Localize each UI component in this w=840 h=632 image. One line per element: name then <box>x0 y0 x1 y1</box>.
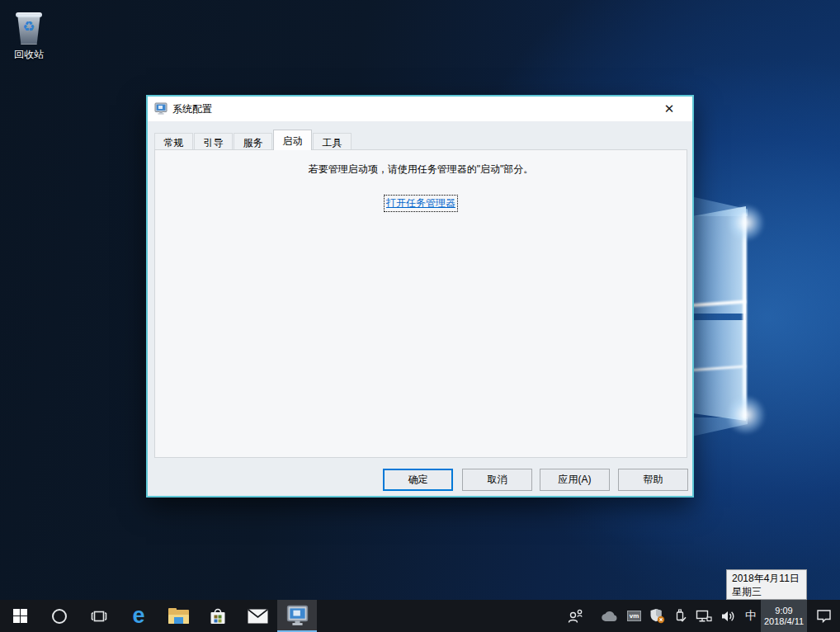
recycle-arrows-icon: ♻ <box>16 18 42 35</box>
recycle-bin-glyph-icon: ♻ <box>16 10 42 45</box>
usb-eject-icon <box>673 609 687 623</box>
task-view-button[interactable] <box>79 600 119 632</box>
mail-button[interactable] <box>238 600 277 632</box>
task-manager-link-row: 打开任务管理器 <box>155 195 687 211</box>
usb-device-button[interactable] <box>669 600 691 632</box>
cortana-button[interactable] <box>40 600 79 632</box>
wallpaper-glow <box>726 205 766 241</box>
ime-chinese-icon: 中 <box>745 609 757 624</box>
folder-inner <box>174 617 183 624</box>
file-explorer-icon <box>168 608 189 624</box>
vmware-tools-icon: vm <box>627 611 641 621</box>
tab-boot[interactable]: 引导 <box>194 133 233 150</box>
onedrive-button[interactable] <box>597 600 623 632</box>
clock-date-tooltip: 2018年4月11日 星期三 <box>726 569 807 600</box>
cancel-button[interactable]: 取消 <box>462 469 532 491</box>
onedrive-cloud-icon <box>601 611 619 622</box>
speaker-icon <box>720 610 737 623</box>
store-button[interactable] <box>198 600 238 632</box>
dialog-tab-strip: 常规 引导 服务 启动 工具 <box>154 130 352 150</box>
defender-shield-icon <box>649 608 665 624</box>
task-view-icon <box>90 609 108 624</box>
startup-message: 若要管理启动项，请使用任务管理器的"启动"部分。 <box>155 163 687 177</box>
system-configuration-dialog: 系统配置 ✕ 常规 引导 服务 启动 工具 若要管理启动项，请使用任务管理器的"… <box>146 95 694 498</box>
startup-tab-page: 若要管理启动项，请使用任务管理器的"启动"部分。 打开任务管理器 <box>154 149 687 458</box>
taskbar-clock[interactable]: 9:09 2018/4/11 <box>761 600 807 632</box>
start-button[interactable] <box>0 600 40 632</box>
tab-general[interactable]: 常规 <box>154 133 193 150</box>
close-icon[interactable]: ✕ <box>653 97 686 121</box>
mail-envelope-icon <box>248 609 268 624</box>
cortana-circle-icon <box>50 607 68 625</box>
help-button[interactable]: 帮助 <box>618 469 688 491</box>
apply-button[interactable]: 应用(A) <box>540 469 610 491</box>
system-tray: vm <box>563 600 840 632</box>
tooltip-weekday: 星期三 <box>732 585 806 598</box>
msconfig-app-icon <box>154 102 168 116</box>
taskbar-app-buttons: e <box>0 600 317 632</box>
network-button[interactable] <box>691 600 716 632</box>
action-center-icon <box>816 609 832 623</box>
msconfig-taskbar-button[interactable] <box>277 600 317 632</box>
people-button[interactable] <box>563 600 597 632</box>
volume-button[interactable] <box>716 600 741 632</box>
ok-button[interactable]: 确定 <box>383 469 453 491</box>
ime-indicator[interactable]: 中 <box>741 600 761 632</box>
edge-button[interactable]: e <box>119 600 158 632</box>
action-center-button[interactable] <box>807 600 840 632</box>
clock-date: 2018/4/11 <box>764 616 804 627</box>
tab-services[interactable]: 服务 <box>234 133 272 150</box>
taskbar: e <box>0 600 840 632</box>
recycle-bin-label: 回收站 <box>5 48 53 62</box>
store-bag-icon <box>208 606 228 626</box>
dialog-titlebar[interactable]: 系统配置 ✕ <box>148 97 692 121</box>
file-explorer-button[interactable] <box>158 600 198 632</box>
tab-startup[interactable]: 启动 <box>273 130 312 150</box>
windows-logo-icon <box>13 609 27 623</box>
vmware-tools-button[interactable]: vm <box>623 600 645 632</box>
clock-time: 9:09 <box>775 606 792 616</box>
people-icon <box>567 609 585 623</box>
wallpaper-window-edge <box>743 213 747 419</box>
tooltip-date: 2018年4月11日 <box>732 572 806 585</box>
tab-tools[interactable]: 工具 <box>313 133 352 150</box>
open-task-manager-link[interactable]: 打开任务管理器 <box>385 196 457 211</box>
wallpaper-glow <box>724 396 767 434</box>
edge-icon: e <box>132 605 144 627</box>
msconfig-icon <box>286 605 309 627</box>
recycle-bin-icon[interactable]: ♻ 回收站 <box>5 10 53 62</box>
dialog-title: 系统配置 <box>172 102 212 116</box>
network-icon <box>696 610 712 623</box>
defender-button[interactable] <box>645 600 669 632</box>
